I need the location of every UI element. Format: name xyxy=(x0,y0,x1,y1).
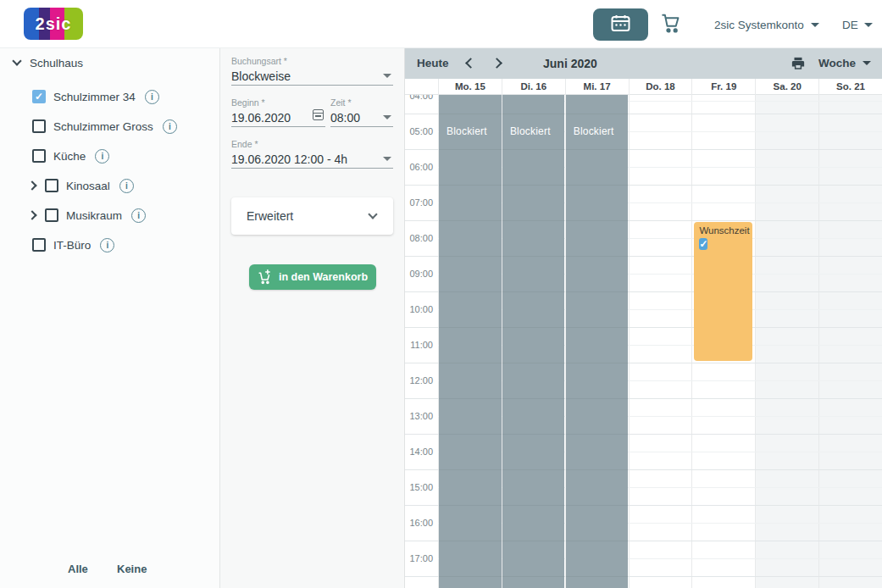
info-icon[interactable]: i xyxy=(163,119,177,134)
booking-type-select[interactable]: Buchungsart * Blockweise xyxy=(231,57,393,86)
time-label: 09:00 xyxy=(405,268,433,280)
blocked-event-label: Blockiert xyxy=(574,125,614,137)
tree-item-schulzimmer-gross: Schulzimmer Gross i xyxy=(0,117,219,136)
checkbox-kueche[interactable] xyxy=(32,149,46,163)
time-label: 06:00 xyxy=(405,161,433,173)
cart-button[interactable] xyxy=(658,13,684,36)
checkbox-schulzimmer-34[interactable]: ✓ xyxy=(32,90,46,103)
blocked-event-label: Blockiert xyxy=(510,125,551,137)
tree-footer: Alle Keine xyxy=(0,557,220,583)
chevron-down-icon xyxy=(383,157,391,161)
time-label: 05:00 xyxy=(405,125,433,137)
info-icon[interactable]: i xyxy=(145,90,159,104)
time-label: 13:00 xyxy=(405,410,433,422)
advanced-label: Erweitert xyxy=(247,209,293,223)
time-label: 15:00 xyxy=(405,481,433,493)
today-button[interactable]: Heute xyxy=(417,57,449,69)
tree-item-musikraum: Musikraum i xyxy=(0,206,219,225)
account-label: 2sic Systemkonto xyxy=(714,19,804,31)
add-to-cart-label: in den Warenkorb xyxy=(279,271,368,283)
chevron-down-icon xyxy=(12,56,21,65)
begin-value: 19.06.2020 xyxy=(231,111,325,125)
add-to-cart-button[interactable]: in den Warenkorb xyxy=(249,264,376,290)
tree-item-label: Schulzimmer 34 xyxy=(53,91,136,103)
day-column-so[interactable] xyxy=(818,95,882,588)
chevron-right-icon[interactable] xyxy=(27,180,36,190)
account-menu[interactable]: 2sic Systemkonto xyxy=(714,17,819,32)
next-week-button[interactable] xyxy=(491,58,502,69)
tree-item-label: Küche xyxy=(53,150,86,163)
begin-time-row: Beginn * 19.06.2020 Zeit * 08:00 xyxy=(231,98,393,127)
tree-item-label: Kinosaal xyxy=(66,180,110,192)
day-column-do[interactable] xyxy=(629,95,692,588)
view-switcher[interactable]: Woche xyxy=(818,57,871,69)
time-label: 04:00 xyxy=(405,95,433,102)
tree-root-label: Schulhaus xyxy=(30,57,83,69)
day-header[interactable]: Mo. 15 xyxy=(438,79,502,95)
time-label: 12:00 xyxy=(405,374,433,386)
checkbox-kinosaal[interactable] xyxy=(45,179,58,192)
chevron-down-icon xyxy=(864,23,873,27)
end-label: Ende * xyxy=(231,140,393,149)
day-column-sa[interactable] xyxy=(755,95,818,588)
booking-app: 2sic 2sic Systemkonto DE Schulhaus xyxy=(0,0,882,588)
calendar-icon[interactable] xyxy=(313,109,324,120)
wish-time-checkbox[interactable]: ✓ xyxy=(699,238,707,250)
topbar: 2sic 2sic Systemkonto DE xyxy=(0,0,882,48)
tree-root-schulhaus[interactable]: Schulhaus xyxy=(0,53,219,72)
checkbox-musikraum[interactable] xyxy=(45,208,58,222)
blocked-event-di[interactable]: Blockiert xyxy=(502,95,565,588)
tree-item-label: IT-Büro xyxy=(53,239,91,252)
calendar-title: Juni 2020 xyxy=(543,57,597,70)
logo-text: 2sic xyxy=(36,14,72,34)
day-header[interactable]: Do. 18 xyxy=(629,79,692,95)
blocked-event-mo[interactable]: Blockiert xyxy=(439,95,502,588)
checkbox-schulzimmer-gross[interactable] xyxy=(32,119,46,133)
chevron-down-icon xyxy=(368,209,377,219)
wish-time-label: Wunschzeit xyxy=(699,225,752,236)
scheduler-grid[interactable]: 04:00 05:00 06:00 07:00 08:00 09:00 10:0… xyxy=(405,95,882,588)
calendar-view-button[interactable] xyxy=(593,8,648,41)
day-header[interactable]: So. 21 xyxy=(818,79,882,95)
info-icon[interactable]: i xyxy=(95,149,109,164)
language-label: DE xyxy=(842,19,858,31)
booking-type-label: Buchungsart * xyxy=(231,57,393,66)
chevron-down-icon xyxy=(383,74,391,78)
cart-icon xyxy=(660,12,682,37)
time-label: 17:00 xyxy=(405,552,433,564)
select-none-button[interactable]: Keine xyxy=(117,557,147,581)
2sic-logo[interactable]: 2sic xyxy=(24,8,83,40)
begin-time-select[interactable]: Zeit * 08:00 xyxy=(330,98,393,127)
day-header-row: Mo. 15 Di. 16 Mi. 17 Do. 18 Fr. 19 Sa. 2… xyxy=(405,79,882,95)
tree-item-kinosaal: Kinosaal i xyxy=(0,176,219,195)
time-label: Zeit * xyxy=(330,98,393,108)
booking-type-value: Blockweise xyxy=(231,69,393,83)
booking-form-panel: Buchungsart * Blockweise Beginn * 19.06.… xyxy=(220,48,405,588)
printer-icon[interactable] xyxy=(790,56,806,71)
begin-date-field[interactable]: Beginn * 19.06.2020 xyxy=(231,98,325,127)
chevron-right-icon[interactable] xyxy=(27,210,36,219)
tree-item-it-buero: IT-Büro i xyxy=(0,236,219,254)
advanced-expander[interactable]: Erweitert xyxy=(231,197,393,235)
end-select[interactable]: Ende * 19.06.2020 12:00 - 4h xyxy=(231,140,393,169)
wish-time-event[interactable]: Wunschzeit ✓ xyxy=(694,222,752,361)
info-icon[interactable]: i xyxy=(100,238,114,252)
day-header[interactable]: Sa. 20 xyxy=(755,79,818,95)
day-header[interactable]: Di. 16 xyxy=(502,79,565,95)
day-header[interactable]: Mi. 17 xyxy=(565,79,629,95)
info-icon[interactable]: i xyxy=(131,208,146,223)
calendar-toolbar: Heute Juni 2020 Woche xyxy=(405,48,882,79)
tree-item-label: Schulzimmer Gross xyxy=(53,120,153,133)
select-all-button[interactable]: Alle xyxy=(68,557,88,581)
day-header[interactable]: Fr. 19 xyxy=(691,79,755,95)
prev-week-button[interactable] xyxy=(465,58,476,69)
checkbox-it-buero[interactable] xyxy=(32,238,46,252)
language-menu[interactable]: DE xyxy=(842,17,873,32)
time-label: 16:00 xyxy=(405,517,433,529)
end-value: 19.06.2020 12:00 - 4h xyxy=(231,153,393,166)
blocked-event-mi[interactable]: Blockiert xyxy=(566,95,629,588)
info-icon[interactable]: i xyxy=(119,179,134,193)
time-label: 10:00 xyxy=(405,303,433,315)
time-label: 14:00 xyxy=(405,446,433,458)
tree-item-kueche: Küche i xyxy=(0,147,219,165)
